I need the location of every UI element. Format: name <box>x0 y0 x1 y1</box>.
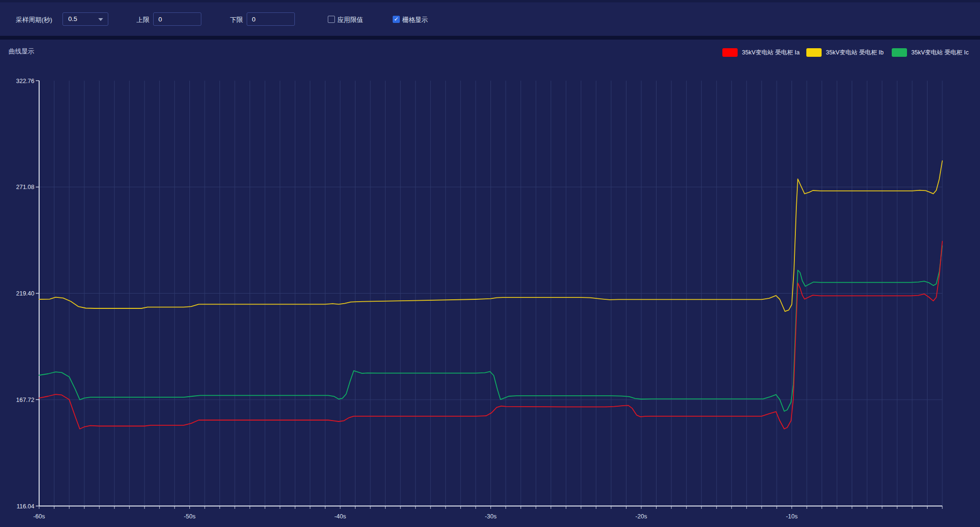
legend-item-ia[interactable]: 35kV变电站 受电柜 Ia <box>722 48 800 57</box>
lower-limit-label: 下限 <box>230 16 243 24</box>
y-axis-tick-label: 116.04 <box>17 503 34 510</box>
legend-item-ic[interactable]: 35kV变电站 受电柜 Ic <box>892 48 969 57</box>
x-axis-tick-label: -20s <box>636 513 647 520</box>
legend-label-ia: 35kV变电站 受电柜 Ia <box>742 49 800 57</box>
apply-limits-checkbox[interactable] <box>328 16 335 23</box>
chevron-down-icon <box>98 18 103 21</box>
x-axis-tick-label: -50s <box>184 513 195 520</box>
upper-limit-label: 上限 <box>136 16 149 24</box>
toolbar: 采样周期(秒) 0.5 上限 下限 应用限值 栅格显示 <box>0 0 980 36</box>
sample-period-value: 0.5 <box>68 15 77 22</box>
curve-monitor-page: { "toolbar": { "sample_period_label": "采… <box>0 0 980 527</box>
x-axis-tick-label: -30s <box>485 513 496 520</box>
sample-period-label: 采样周期(秒) <box>16 16 52 24</box>
curve-chart-canvas[interactable]: 322.76271.08219.40167.72116.04-60s-50s-4… <box>0 0 980 527</box>
panel-title: 曲线显示 <box>9 47 34 56</box>
x-axis-tick-label: -40s <box>334 513 346 520</box>
y-axis-tick-label: 219.40 <box>16 290 34 297</box>
grid-display-checkbox-label[interactable]: 栅格显示 <box>402 16 428 24</box>
legend-item-ib[interactable]: 35kV变电站 受电柜 Ib <box>806 48 884 57</box>
sample-period-select[interactable]: 0.5 <box>63 12 108 26</box>
y-axis-tick-label: 271.08 <box>16 184 34 190</box>
legend-swatch-ib <box>806 48 822 57</box>
x-axis-tick-label: -60s <box>33 513 45 520</box>
legend-label-ib: 35kV变电站 受电柜 Ib <box>826 49 884 57</box>
x-axis-tick-label: -10s <box>786 513 797 520</box>
grid-display-checkbox[interactable] <box>393 16 400 23</box>
legend-label-ic: 35kV变电站 受电柜 Ic <box>911 49 969 57</box>
upper-limit-input[interactable] <box>153 12 201 26</box>
legend-swatch-ic <box>892 48 907 57</box>
toolbar-divider <box>0 36 980 40</box>
legend-swatch-ia <box>722 48 738 57</box>
apply-limits-checkbox-label[interactable]: 应用限值 <box>337 16 363 24</box>
y-axis-tick-label: 167.72 <box>16 397 34 403</box>
y-axis-tick-label: 322.76 <box>16 78 34 84</box>
lower-limit-input[interactable] <box>247 12 295 26</box>
